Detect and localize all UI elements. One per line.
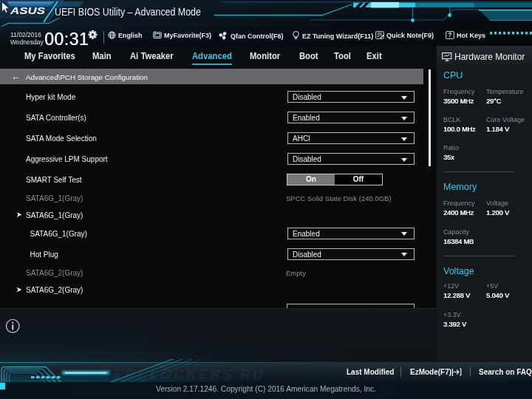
svg-text:?: ? (448, 32, 451, 38)
svg-text:ASUS: ASUS (10, 6, 46, 16)
